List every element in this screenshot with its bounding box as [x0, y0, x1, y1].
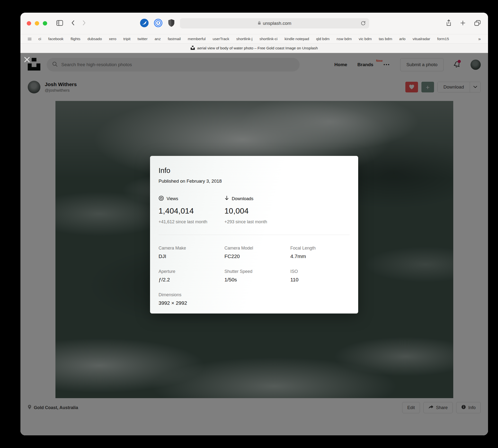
- bookmark-item[interactable]: qld bdm: [316, 37, 329, 41]
- tab-bar[interactable]: aerial view of body of water photo – Fre…: [20, 43, 488, 53]
- bookmark-item[interactable]: form15: [437, 37, 449, 41]
- bookmarks-grid-icon[interactable]: [28, 37, 31, 40]
- reload-icon[interactable]: [361, 21, 366, 27]
- views-stat: Views 1,404,014 +41,612 since last month: [158, 195, 224, 224]
- bookmark-item[interactable]: memberful: [188, 37, 205, 41]
- traffic-lights: [27, 21, 47, 26]
- tab-overview-icon[interactable]: [474, 20, 481, 27]
- views-label: Views: [167, 196, 178, 201]
- downloads-value: 10,004: [224, 207, 290, 215]
- views-delta: +41,612 since last month: [158, 219, 224, 224]
- exif-camera-model: Camera Model FC220: [224, 246, 290, 259]
- tab-favicon-unsplash: [191, 46, 195, 51]
- published-date: Published on February 3, 2018: [158, 178, 350, 184]
- modal-title: Info: [158, 167, 350, 175]
- minimize-window-button[interactable]: [35, 21, 39, 26]
- exif-focal-length: Focal Length 4.7mm: [290, 246, 350, 259]
- modal-divider: [158, 235, 350, 235]
- back-icon[interactable]: [71, 20, 74, 27]
- views-value: 1,404,014: [158, 207, 224, 215]
- share-page-icon[interactable]: [446, 19, 451, 28]
- bookmark-item[interactable]: arlo: [399, 37, 405, 41]
- bookmark-item[interactable]: dubsado: [88, 37, 102, 41]
- toolbar: unsplash.com: [20, 13, 488, 34]
- bookmark-item[interactable]: anz: [155, 37, 161, 41]
- downloads-delta: +293 since last month: [224, 219, 290, 224]
- bookmarks-overflow-chevron[interactable]: »: [478, 36, 481, 42]
- bookmark-item[interactable]: vic bdm: [359, 37, 372, 41]
- unsplash-page: Home Brands New ••• Submit a photo Josh …: [20, 53, 488, 435]
- close-window-button[interactable]: [27, 21, 31, 26]
- info-modal: Info Published on February 3, 2018 Views…: [150, 156, 358, 314]
- bookmark-item[interactable]: tripit: [123, 37, 130, 41]
- views-eye-icon: [158, 195, 164, 202]
- onepassword-extension-icon[interactable]: [154, 19, 162, 28]
- bookmark-item[interactable]: flights: [71, 37, 80, 41]
- downloads-stat: Downloads 10,004 +293 since last month: [224, 195, 290, 224]
- bookmark-item[interactable]: twitter: [138, 37, 148, 41]
- tab-title: aerial view of body of water photo – Fre…: [197, 46, 318, 50]
- bookmark-item[interactable]: nsw bdm: [337, 37, 352, 41]
- safari-window: unsplash.com ci facebook fl: [20, 13, 488, 435]
- bookmark-item[interactable]: userTrack: [213, 37, 229, 41]
- shield-extension-icon[interactable]: [168, 19, 175, 28]
- bookmark-item[interactable]: facebook: [48, 37, 63, 41]
- bookmarks-bar: ci facebook flights dubsado xero tripit …: [20, 34, 488, 43]
- downloads-label: Downloads: [232, 196, 253, 201]
- exif-iso: ISO 110: [290, 269, 350, 283]
- exif-camera-make: Camera Make DJI: [158, 246, 224, 259]
- bookmark-item[interactable]: vitualradar: [413, 37, 430, 41]
- bookmark-item[interactable]: fastmail: [168, 37, 181, 41]
- exif-aperture: Aperture ƒ/2.2: [158, 269, 224, 283]
- url-text: unsplash.com: [263, 21, 291, 26]
- exif-shutter-speed: Shutter Speed 1/50s: [224, 269, 290, 283]
- bookmark-item[interactable]: kindle notepad: [284, 37, 309, 41]
- new-tab-icon[interactable]: [460, 20, 466, 27]
- zoom-window-button[interactable]: [43, 21, 47, 26]
- exif-grid: Camera Make DJI Camera Model FC220 Focal…: [158, 246, 350, 306]
- exif-dimensions: Dimensions 3992 × 2992: [158, 292, 224, 306]
- bookmark-item[interactable]: xero: [109, 37, 116, 41]
- bookmark-item[interactable]: tas bdm: [379, 37, 392, 41]
- lock-icon: [258, 21, 261, 26]
- sidebar-toggle-icon[interactable]: [56, 20, 63, 27]
- downloads-arrow-icon: [224, 195, 229, 202]
- forward-icon[interactable]: [83, 20, 86, 27]
- browser-chrome: unsplash.com ci facebook fl: [20, 13, 488, 53]
- qantas-extension-icon[interactable]: [140, 19, 149, 28]
- bookmark-item[interactable]: shortlink-j: [236, 37, 252, 41]
- stats-row: Views 1,404,014 +41,612 since last month…: [158, 195, 350, 224]
- close-modal-icon[interactable]: [24, 56, 30, 64]
- bookmark-item[interactable]: shortlink-ci: [259, 37, 278, 41]
- bookmark-item[interactable]: ci: [38, 37, 41, 41]
- address-bar[interactable]: unsplash.com: [180, 18, 369, 29]
